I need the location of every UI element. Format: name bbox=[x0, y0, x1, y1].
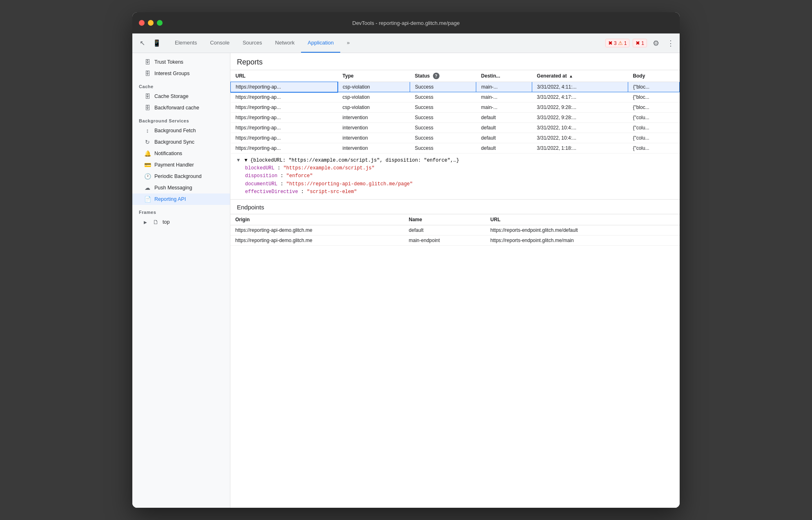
sidebar-item-periodic-background[interactable]: 🕐 Periodic Background bbox=[132, 171, 230, 182]
toolbar-tabs: Elements Console Sources Network Applica… bbox=[168, 33, 604, 53]
json-line-1: ▼ ▼ {blockedURL: "https://example.com/sc… bbox=[237, 157, 673, 164]
table-row[interactable]: https://reporting-ap...csp-violationSucc… bbox=[231, 92, 680, 102]
reports-cell-generated_at-6: 3/31/2022, 1:18:... bbox=[532, 143, 628, 153]
table-row[interactable]: https://reporting-ap...csp-violationSucc… bbox=[231, 82, 680, 92]
more-options-button[interactable]: ⋮ bbox=[665, 38, 676, 49]
info-badge[interactable]: ✖ 1 bbox=[633, 39, 647, 47]
toolbar-right: ✖ 3 ⚠ 1 ✖ 1 ⚙ ⋮ bbox=[605, 38, 676, 49]
sidebar: 🗄 Trust Tokens 🗄 Interest Groups Cache 🗄… bbox=[132, 53, 230, 508]
col-generated-at-label: Generated at bbox=[537, 73, 567, 79]
ep-cell-origin-0: https://reporting-api-demo.glitch.me bbox=[230, 225, 404, 235]
device-tool-button[interactable]: 📱 bbox=[150, 37, 163, 50]
cursor-icon: ↖ bbox=[140, 39, 145, 47]
ep-col-name[interactable]: Name bbox=[404, 214, 486, 225]
reports-cell-url-3: https://reporting-ap... bbox=[231, 113, 338, 123]
reports-cell-status-1: Success bbox=[410, 92, 476, 102]
json-key-disposition: disposition bbox=[245, 173, 277, 179]
gear-icon: ⚙ bbox=[653, 39, 659, 48]
tab-sources[interactable]: Sources bbox=[236, 33, 269, 53]
sidebar-item-background-fetch[interactable]: ↕ Background Fetch bbox=[132, 125, 230, 136]
error-badge[interactable]: ✖ 3 ⚠ 1 bbox=[605, 39, 629, 47]
reports-cell-body-3: {"colu... bbox=[628, 113, 679, 123]
reports-cell-url-5: https://reporting-ap... bbox=[231, 133, 338, 143]
ep-col-url[interactable]: URL bbox=[486, 214, 680, 225]
frames-top-icon: 🗋 bbox=[152, 219, 159, 225]
reports-cell-status-5: Success bbox=[410, 133, 476, 143]
sidebar-item-background-fetch-label: Background Fetch bbox=[154, 128, 196, 133]
reports-cell-generated_at-2: 3/31/2022, 9:28:... bbox=[532, 102, 628, 113]
col-type[interactable]: Type bbox=[338, 70, 410, 82]
reports-cell-status-6: Success bbox=[410, 143, 476, 153]
sidebar-item-interest-groups[interactable]: 🗄 Interest Groups bbox=[132, 68, 230, 79]
sidebar-item-cache-storage[interactable]: 🗄 Cache Storage bbox=[132, 91, 230, 102]
maximize-button[interactable] bbox=[157, 20, 163, 26]
settings-button[interactable]: ⚙ bbox=[650, 38, 662, 49]
cursor-tool-button[interactable]: ↖ bbox=[136, 37, 149, 50]
toolbar: ↖ 📱 Elements Console Sources Network App… bbox=[132, 33, 680, 53]
tab-more[interactable]: » bbox=[340, 33, 356, 53]
interest-groups-icon: 🗄 bbox=[144, 70, 151, 77]
reports-cell-url-2: https://reporting-ap... bbox=[231, 102, 338, 113]
sidebar-item-notifications[interactable]: 🔔 Notifications bbox=[132, 148, 230, 159]
status-help-icon[interactable]: ? bbox=[433, 73, 439, 79]
table-row[interactable]: https://reporting-ap...interventionSucce… bbox=[231, 113, 680, 123]
col-url[interactable]: URL bbox=[231, 70, 338, 82]
back-forward-cache-icon: 🗄 bbox=[144, 104, 151, 111]
sidebar-item-payment-handler-label: Payment Handler bbox=[154, 162, 194, 168]
table-row[interactable]: https://reporting-ap...interventionSucce… bbox=[231, 133, 680, 143]
tab-console[interactable]: Console bbox=[203, 33, 236, 53]
tab-application[interactable]: Application bbox=[301, 33, 340, 53]
col-destination[interactable]: Destin... bbox=[476, 70, 532, 82]
sidebar-item-trust-tokens[interactable]: 🗄 Trust Tokens bbox=[132, 56, 230, 68]
sidebar-item-notifications-label: Notifications bbox=[154, 151, 182, 156]
table-row[interactable]: https://reporting-ap...interventionSucce… bbox=[231, 143, 680, 153]
table-row[interactable]: https://reporting-ap...interventionSucce… bbox=[231, 123, 680, 133]
endpoints-table: Origin Name URL https://reporting-api-de… bbox=[230, 214, 680, 246]
col-generated-at[interactable]: Generated at ▲ bbox=[532, 70, 628, 82]
sidebar-item-background-sync[interactable]: ↻ Background Sync bbox=[132, 136, 230, 148]
col-status-label: Status bbox=[415, 73, 430, 79]
sidebar-item-frames-top[interactable]: ▶ 🗋 top bbox=[132, 216, 230, 228]
reports-cell-destination-3: default bbox=[476, 113, 532, 123]
content-area: Reports URL Type Status ? Destin... Gene… bbox=[230, 53, 680, 508]
reports-table-header-row: URL Type Status ? Destin... Generated at… bbox=[231, 70, 680, 82]
json-line-5: effectiveDirective : "script-src-elem" bbox=[237, 188, 673, 196]
ep-col-origin[interactable]: Origin bbox=[230, 214, 404, 225]
reports-cell-type-1: csp-violation bbox=[338, 92, 410, 102]
notifications-icon: 🔔 bbox=[144, 150, 151, 157]
periodic-background-icon: 🕐 bbox=[144, 173, 151, 180]
list-item[interactable]: https://reporting-api-demo.glitch.memain… bbox=[230, 235, 680, 245]
json-key-document-url: documentURL bbox=[245, 181, 277, 187]
table-row[interactable]: https://reporting-ap...csp-violationSucc… bbox=[231, 102, 680, 113]
json-collapse-arrow[interactable]: ▼ bbox=[237, 158, 240, 163]
json-line-1-text: ▼ {blockedURL: "https://example.com/scri… bbox=[244, 158, 459, 163]
reports-cell-generated_at-5: 3/31/2022, 10:4:... bbox=[532, 133, 628, 143]
list-item[interactable]: https://reporting-api-demo.glitch.medefa… bbox=[230, 225, 680, 235]
json-viewer: ▼ ▼ {blockedURL: "https://example.com/sc… bbox=[230, 153, 680, 200]
tab-elements[interactable]: Elements bbox=[168, 33, 203, 53]
push-messaging-icon: ☁ bbox=[144, 184, 151, 191]
reports-cell-status-4: Success bbox=[410, 123, 476, 133]
col-body[interactable]: Body bbox=[628, 70, 679, 82]
ep-cell-url-1: https://reports-endpoint.glitch.me/main bbox=[486, 235, 680, 245]
ep-cell-name-0: default bbox=[404, 225, 486, 235]
tab-network[interactable]: Network bbox=[269, 33, 301, 53]
ep-cell-url-0: https://reports-endpoint.glitch.me/defau… bbox=[486, 225, 680, 235]
col-status[interactable]: Status ? bbox=[410, 70, 476, 82]
ep-cell-name-1: main-endpoint bbox=[404, 235, 486, 245]
sidebar-item-back-forward-cache[interactable]: 🗄 Back/forward cache bbox=[132, 102, 230, 113]
reports-title: Reports bbox=[230, 53, 680, 70]
sidebar-item-reporting-api[interactable]: 📄 Reporting API bbox=[132, 193, 230, 205]
close-button[interactable] bbox=[139, 20, 145, 26]
json-key-effective-directive: effectiveDirective bbox=[245, 189, 298, 195]
reports-cell-destination-2: main-... bbox=[476, 102, 532, 113]
minimize-button[interactable] bbox=[148, 20, 154, 26]
sidebar-item-push-messaging[interactable]: ☁ Push Messaging bbox=[132, 182, 230, 193]
json-line-4: documentURL : "https://reporting-api-dem… bbox=[237, 180, 673, 188]
reports-cell-url-4: https://reporting-ap... bbox=[231, 123, 338, 133]
ep-cell-origin-1: https://reporting-api-demo.glitch.me bbox=[230, 235, 404, 245]
reports-cell-destination-6: default bbox=[476, 143, 532, 153]
sidebar-item-payment-handler[interactable]: 💳 Payment Handler bbox=[132, 159, 230, 171]
sidebar-item-periodic-background-label: Periodic Background bbox=[154, 173, 201, 179]
endpoints-table-header-row: Origin Name URL bbox=[230, 214, 680, 225]
